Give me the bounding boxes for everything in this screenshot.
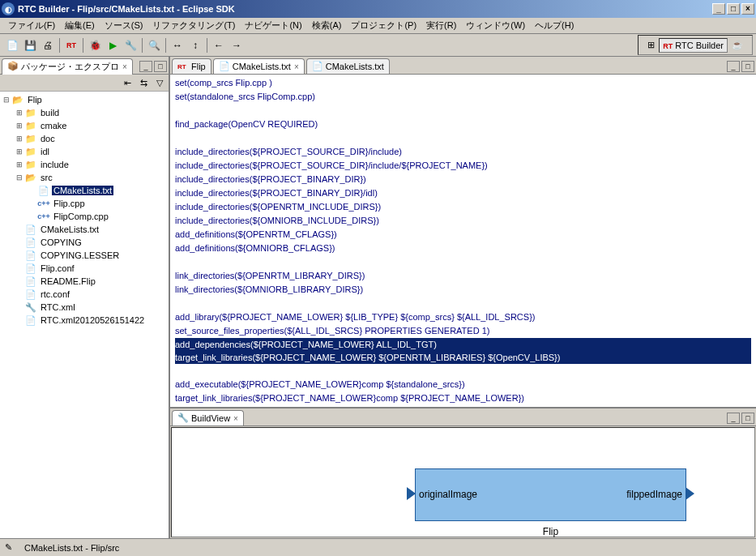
nav-icon[interactable]: ↔ [169, 37, 186, 53]
maximize-view-icon[interactable]: □ [741, 413, 754, 424]
input-port-label: originalImage [419, 489, 477, 500]
expander-icon[interactable]: ⊟ [2, 96, 11, 104]
tab-label: CMakeLists.txt [233, 62, 291, 71]
highlighted-line-1: add_dependencies(${PROJECT_NAME_LOWER} A… [175, 338, 751, 351]
rtc-builder-perspective[interactable]: RT RTC Builder [659, 38, 728, 53]
menu-item[interactable]: ファイル(F) [3, 18, 60, 33]
component-name: Flip [416, 526, 686, 537]
tree-item[interactable]: 📄README.Flip [2, 275, 167, 288]
forward-icon[interactable]: → [229, 37, 245, 53]
input-port-icon[interactable] [407, 487, 416, 500]
tree-label: Flip.cpp [52, 199, 87, 208]
menu-item[interactable]: プロジェクト(P) [346, 18, 421, 33]
view-menu-icon[interactable]: ▽ [152, 76, 167, 89]
close-icon[interactable]: × [122, 62, 127, 71]
tab-buildview[interactable]: 🔧 BuildView × [172, 410, 244, 426]
minimize-button[interactable]: _ [712, 3, 725, 15]
menu-item[interactable]: ソース(S) [100, 18, 148, 33]
tree-label: src [39, 173, 54, 182]
folder-icon: 📁 [24, 120, 37, 131]
tree-item[interactable]: ⊞📁include [2, 158, 167, 171]
run-icon[interactable]: ▶ [105, 37, 121, 53]
tree-item[interactable]: 📄COPYING [2, 236, 167, 249]
tree-label: build [39, 108, 61, 118]
tree-item[interactable]: ⊞📁build [2, 106, 167, 119]
collapse-all-icon[interactable]: ⇤ [120, 76, 135, 89]
save-icon[interactable]: 💾 [22, 37, 38, 53]
tree-item[interactable]: 📄RTC.xml20120526151422 [2, 314, 167, 327]
expander-icon[interactable]: ⊞ [15, 148, 24, 156]
code-editor[interactable]: set(comp_srcs Flip.cpp ) set(standalone_… [170, 75, 756, 407]
rt-icon[interactable]: RT [63, 37, 79, 53]
menu-item[interactable]: ナビゲート(N) [240, 18, 306, 33]
folder-icon: 📁 [24, 107, 37, 118]
tree-item[interactable]: 📄COPYING.LESSER [2, 249, 167, 262]
menu-item[interactable]: 編集(E) [60, 18, 100, 33]
tree-item[interactable]: 📄Flip.conf [2, 262, 167, 275]
expander-icon[interactable]: ⊞ [15, 160, 24, 169]
print-icon[interactable]: 🖨 [40, 37, 56, 53]
tree-item[interactable]: c++Flip.cpp [2, 197, 167, 210]
tree-label: README.Flip [39, 276, 97, 286]
editor-tab[interactable]: RTFlip [172, 58, 211, 74]
rt-icon: RT [177, 61, 189, 72]
search-icon[interactable]: 🔍 [146, 37, 162, 53]
expander-icon[interactable]: ⊞ [15, 109, 24, 117]
close-window-button[interactable]: × [741, 3, 754, 15]
editor-tab[interactable]: 📄CMakeLists.txt× [213, 58, 305, 74]
menu-item[interactable]: ウィンドウ(W) [461, 18, 530, 33]
ext-tools-icon[interactable]: 🔧 [122, 37, 139, 53]
nav2-icon[interactable]: ↕ [187, 37, 203, 53]
editor-tab[interactable]: 📄CMakeLists.txt [306, 58, 390, 74]
tree-item[interactable]: c++FlipComp.cpp [2, 210, 167, 223]
tree-item[interactable]: ⊞📁doc [2, 132, 167, 145]
maximize-view-icon[interactable]: □ [154, 61, 167, 72]
menu-item[interactable]: 実行(R) [421, 18, 461, 33]
maximize-view-icon[interactable]: □ [741, 61, 754, 72]
link-editor-icon[interactable]: ⇆ [136, 76, 151, 89]
tab-package-explorer[interactable]: 📦 パッケージ・エクスプロ × [2, 58, 133, 75]
tab-label: CMakeLists.txt [326, 62, 384, 71]
tree-item[interactable]: ⊞📁cmake [2, 119, 167, 132]
build-view-panel: 🔧 BuildView × _ □ originalImage filppedI… [170, 407, 756, 538]
minimize-view-icon[interactable]: _ [727, 413, 740, 424]
writable-icon: ✎ [5, 542, 18, 553]
tree-label: cmake [39, 121, 68, 130]
close-icon[interactable]: × [233, 414, 238, 423]
package-icon: 📦 [7, 61, 19, 72]
project-tree[interactable]: ⊟📂Flip⊞📁build⊞📁cmake⊞📁doc⊞📁idl⊞📁include⊟… [0, 92, 169, 538]
folder-icon: 📁 [24, 159, 37, 170]
java-perspective-icon[interactable]: ☕ [728, 37, 747, 53]
component-box[interactable]: originalImage filppedImage Flip [415, 468, 686, 521]
expander-icon[interactable]: ⊟ [15, 173, 24, 182]
tree-item[interactable]: 🔧RTC.xml [2, 301, 167, 314]
back-icon[interactable]: ← [211, 37, 227, 53]
menu-item[interactable]: ヘルプ(H) [530, 18, 579, 33]
tree-item[interactable]: ⊞📁idl [2, 145, 167, 158]
tree-item[interactable]: 📄CMakeLists.txt [2, 223, 167, 236]
minimize-view-icon[interactable]: _ [727, 61, 740, 72]
file-icon: 📄 [312, 61, 323, 72]
tree-item[interactable]: 📄CMakeLists.txt [2, 184, 167, 197]
menu-item[interactable]: リファクタリング(T) [147, 18, 240, 33]
debug-icon[interactable]: 🐞 [87, 37, 103, 53]
expander-icon[interactable]: ⊞ [15, 122, 24, 130]
close-icon[interactable]: × [294, 62, 299, 71]
tree-label: rtc.conf [39, 289, 71, 299]
minimize-view-icon[interactable]: _ [139, 61, 152, 72]
status-text: CMakeLists.txt - Flip/src [24, 543, 119, 553]
tree-item[interactable]: 📄rtc.conf [2, 288, 167, 301]
maximize-button[interactable]: □ [727, 3, 740, 15]
file-icon: 📄 [24, 224, 37, 235]
output-port-icon[interactable] [686, 487, 694, 500]
expander-icon[interactable]: ⊞ [15, 135, 24, 143]
menu-item[interactable]: 検索(A) [307, 18, 347, 33]
tree-item[interactable]: ⊟📂Flip [2, 93, 167, 106]
menu-bar: ファイル(F)編集(E)ソース(S)リファクタリング(T)ナビゲート(N)検索(… [0, 18, 756, 34]
file-icon: 📄 [24, 250, 37, 261]
build-canvas[interactable]: originalImage filppedImage Flip [171, 427, 755, 537]
new-icon[interactable]: 📄 [4, 37, 20, 53]
highlighted-line-2: target_link_libraries(${PROJECT_NAME_LOW… [175, 351, 751, 364]
tree-item[interactable]: ⊟📂src [2, 171, 167, 184]
open-perspective-button[interactable]: ⊞ [643, 37, 659, 53]
